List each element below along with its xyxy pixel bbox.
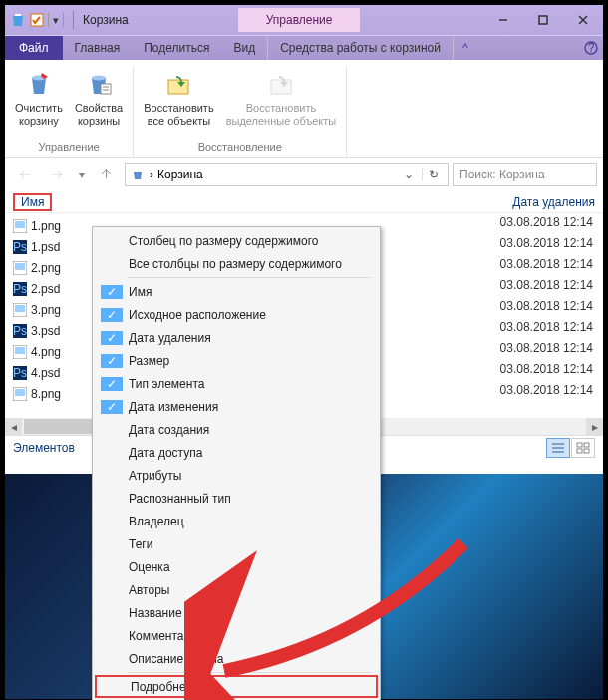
address-dropdown-icon[interactable]: ⌄ bbox=[400, 168, 418, 181]
nav-back-button[interactable]: 🡠 bbox=[11, 162, 39, 187]
menu-column-option[interactable]: Авторы bbox=[95, 578, 378, 601]
svg-text:Ps: Ps bbox=[13, 324, 27, 338]
file-name: 1.png bbox=[31, 219, 61, 233]
menu-column-option[interactable]: Владелец bbox=[95, 510, 378, 532]
check-icon: ✓ bbox=[101, 400, 123, 414]
tab-home[interactable]: Главная bbox=[63, 36, 133, 60]
check-icon: ✓ bbox=[101, 285, 123, 299]
menu-item-label: Дата удаления bbox=[123, 331, 211, 345]
nav-up-button[interactable]: 🡡 bbox=[93, 162, 121, 187]
menu-item-label: Дата доступа bbox=[123, 446, 202, 460]
bin-properties-button[interactable]: Свойствакорзины bbox=[69, 66, 129, 139]
qat-customize-dropdown[interactable]: ▾ bbox=[48, 13, 64, 27]
svg-text:Ps: Ps bbox=[13, 240, 27, 254]
breadcrumb-arrow[interactable]: › bbox=[150, 168, 153, 181]
ribbon-group-restore: Восстановление bbox=[198, 139, 282, 157]
file-item[interactable]: 3.png bbox=[13, 299, 85, 320]
menu-separator bbox=[127, 277, 372, 278]
menu-column-option[interactable]: Название bbox=[95, 601, 378, 624]
bin-properties-icon bbox=[83, 68, 115, 100]
svg-rect-2 bbox=[539, 16, 547, 24]
scroll-right-icon[interactable]: ▸ bbox=[586, 418, 603, 435]
menu-column-option[interactable]: Распознанный тип bbox=[95, 487, 378, 510]
column-date-deleted-header[interactable]: Дата удаления bbox=[512, 195, 595, 209]
file-item[interactable]: 2.png bbox=[13, 257, 85, 278]
restore-all-button[interactable]: Восстановитьвсе объекты bbox=[138, 66, 219, 139]
file-name: 2.psd bbox=[31, 282, 60, 296]
file-date: 03.08.2018 12:14 bbox=[500, 299, 593, 320]
file-item[interactable]: Ps3.psd bbox=[13, 320, 85, 341]
file-item[interactable]: 4.png bbox=[13, 341, 85, 362]
svg-rect-11 bbox=[15, 221, 25, 228]
recycle-bin-icon bbox=[10, 12, 26, 28]
file-name: 1.psd bbox=[31, 240, 60, 254]
file-item[interactable]: 1.png bbox=[13, 215, 85, 236]
view-details-button[interactable] bbox=[546, 438, 570, 458]
scroll-left-icon[interactable]: ◂ bbox=[5, 418, 22, 435]
help-icon[interactable]: ? bbox=[579, 36, 603, 60]
breadcrumb-location[interactable]: Корзина bbox=[157, 168, 203, 181]
title-bar[interactable]: ▾ Корзина Управление bbox=[5, 5, 603, 35]
menu-item-label: Размер bbox=[123, 354, 169, 368]
svg-text:?: ? bbox=[588, 41, 595, 55]
menu-column-option[interactable]: Дата доступа bbox=[95, 441, 378, 464]
psd-file-icon: Ps bbox=[13, 366, 27, 380]
menu-column-option[interactable]: ✓Дата изменения bbox=[95, 395, 378, 418]
menu-item-label: Теги bbox=[123, 537, 152, 551]
menu-column-option[interactable]: ✓Исходное расположение bbox=[95, 303, 378, 326]
minimize-button[interactable] bbox=[483, 5, 523, 35]
qat-checkbox-icon[interactable] bbox=[29, 12, 45, 28]
menu-column-option[interactable]: Дата создания bbox=[95, 418, 378, 441]
ribbon-tabs: Файл Главная Поделиться Вид Средства раб… bbox=[5, 35, 603, 60]
file-tab[interactable]: Файл bbox=[5, 36, 63, 60]
tab-share[interactable]: Поделиться bbox=[132, 36, 221, 60]
restore-selected-button[interactable]: Восстановитьвыделенные объекты bbox=[220, 66, 343, 139]
menu-item-label: Авторы bbox=[123, 583, 169, 597]
search-input[interactable]: Поиск: Корзина bbox=[453, 163, 597, 186]
svg-rect-23 bbox=[15, 347, 25, 354]
file-item[interactable]: 8.png bbox=[13, 383, 85, 404]
close-button[interactable] bbox=[563, 5, 603, 35]
column-name-header[interactable]: Имя bbox=[13, 193, 52, 211]
view-large-icons-button[interactable] bbox=[571, 438, 595, 458]
menu-item-label: Комментарии bbox=[123, 629, 204, 643]
tab-view[interactable]: Вид bbox=[221, 36, 267, 60]
menu-column-option[interactable]: Описание файла bbox=[95, 647, 378, 670]
empty-bin-button[interactable]: Очиститькорзину bbox=[9, 66, 69, 139]
menu-column-option[interactable]: ✓Имя bbox=[95, 280, 378, 303]
file-item[interactable]: Ps4.psd bbox=[13, 362, 85, 383]
svg-text:Ps: Ps bbox=[13, 282, 27, 296]
menu-column-option[interactable]: Комментарии bbox=[95, 624, 378, 647]
svg-rect-27 bbox=[15, 389, 25, 396]
menu-size-column[interactable]: Столбец по размеру содержимого bbox=[95, 229, 378, 252]
contextual-tab-group[interactable]: Управление bbox=[238, 8, 361, 32]
window-title: Корзина bbox=[83, 13, 129, 27]
menu-column-option[interactable]: ✓Размер bbox=[95, 349, 378, 372]
nav-history-dropdown[interactable]: ▾ bbox=[75, 162, 89, 187]
ribbon-expand-icon[interactable]: ^ bbox=[454, 36, 477, 60]
svg-rect-29 bbox=[584, 443, 589, 447]
menu-separator bbox=[127, 672, 372, 673]
menu-column-option[interactable]: Атрибуты bbox=[95, 464, 378, 487]
menu-column-option[interactable]: Теги bbox=[95, 532, 378, 555]
nav-forward-button[interactable]: 🡢 bbox=[43, 162, 71, 187]
refresh-button[interactable]: ↻ bbox=[422, 168, 444, 181]
menu-more[interactable]: Подробнее... bbox=[95, 675, 378, 698]
menu-size-all-columns[interactable]: Все столбцы по размеру содержимого bbox=[95, 252, 378, 275]
file-item[interactable]: Ps2.psd bbox=[13, 278, 85, 299]
file-item[interactable]: Ps1.psd bbox=[13, 236, 85, 257]
svg-point-6 bbox=[92, 76, 106, 81]
png-file-icon bbox=[13, 387, 27, 401]
menu-column-option[interactable]: ✓Тип элемента bbox=[95, 372, 378, 395]
file-date: 03.08.2018 12:14 bbox=[500, 362, 593, 383]
file-name: 2.png bbox=[31, 261, 61, 275]
menu-item-label: Исходное расположение bbox=[123, 308, 266, 322]
maximize-button[interactable] bbox=[523, 5, 563, 35]
address-box[interactable]: › Корзина ⌄ ↻ bbox=[125, 163, 449, 186]
empty-bin-icon bbox=[23, 68, 55, 100]
menu-column-option[interactable]: ✓Дата удаления bbox=[95, 326, 378, 349]
svg-rect-31 bbox=[584, 449, 589, 453]
menu-item-label: Описание файла bbox=[123, 652, 223, 666]
tab-recycle-tools[interactable]: Средства работы с корзиной bbox=[267, 36, 454, 60]
menu-column-option[interactable]: Оценка bbox=[95, 555, 378, 578]
